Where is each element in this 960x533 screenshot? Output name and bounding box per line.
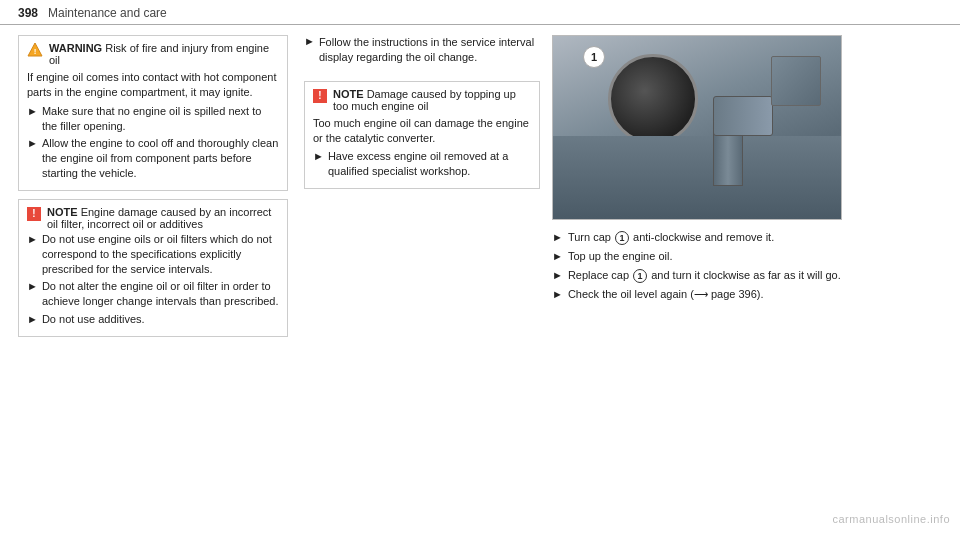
bullet-text: Do not use additives. [42,312,145,327]
note-label: NOTE [47,206,78,218]
bullet-arrow: ► [552,287,563,302]
right-column: 1 ► Turn cap 1 anti-clockwise and remove… [552,35,942,518]
cap-badge-1: 1 [583,46,605,68]
engine-body [553,136,841,219]
warning-body: If engine oil comes into contact with ho… [27,70,279,100]
note-bullets: ► Do not use engine oils or oil filters … [27,232,279,327]
middle-bullet1: Follow the instructions in the service i… [319,35,540,65]
list-item: ► Do not use engine oils or oil filters … [27,232,279,277]
note-label: NOTE [333,88,364,100]
cap-badge-inline: 1 [633,269,647,283]
warning-label: WARNING [49,42,102,54]
page-header: 398 Maintenance and care [0,0,960,25]
page-title: Maintenance and care [48,6,167,20]
note-icon: ! [313,89,327,103]
right-instructions: ► Turn cap 1 anti-clockwise and remove i… [552,230,942,302]
instruction-text: Top up the engine oil. [568,249,673,264]
bullet-arrow: ► [552,230,563,245]
instruction-text: Check the oil level again (⟶ page 396). [568,287,764,302]
bullet-arrow: ► [313,149,324,164]
bullet-arrow: ► [27,279,38,294]
warning-bullets: ► Make sure that no engine oil is spille… [27,104,279,181]
middle-note-box: ! NOTE Damage caused by topping up too m… [304,81,540,189]
list-item: ► Do not alter the engine oil or oil fil… [27,279,279,309]
svg-text:!: ! [34,47,37,56]
bullet-text: Do not alter the engine oil or oil filte… [42,279,279,309]
middle-top-bullet: ► Follow the instructions in the service… [304,35,540,73]
bullet-text: Have excess engine oil removed at a qual… [328,149,531,179]
list-item: ► Make sure that no engine oil is spille… [27,104,279,134]
bullet-arrow: ► [27,312,38,327]
note-body: Too much engine oil can damage the engin… [313,116,531,146]
warning-box: ! WARNING Risk of fire and injury from e… [18,35,288,191]
cap-badge-inline: 1 [615,231,629,245]
bullet-arrow: ► [552,268,563,283]
instruction-2: ► Top up the engine oil. [552,249,942,264]
middle-column: ► Follow the instructions in the service… [300,35,540,518]
bullet-arrow: ► [27,136,38,151]
note-bullets: ► Have excess engine oil removed at a qu… [313,149,531,179]
bullet-arrow: ► [304,35,315,47]
watermark: carmanualsonline.info [832,513,950,525]
note-text: Engine damage caused by an incorrect oil… [47,206,271,230]
list-item: ► Do not use additives. [27,312,279,327]
engine-part [713,96,773,136]
arrow-right-icon: ⟶ [694,288,708,302]
list-item: ► Have excess engine oil removed at a qu… [313,149,531,179]
instruction-1: ► Turn cap 1 anti-clockwise and remove i… [552,230,942,245]
oil-cap [608,54,698,144]
engine-part2 [771,56,821,106]
note-icon: ! [27,207,41,221]
instruction-text: Turn cap 1 anti-clockwise and remove it. [568,230,774,245]
page-number: 398 [18,6,38,20]
bullet-arrow: ► [27,232,38,247]
bullet-text: Do not use engine oils or oil filters wh… [42,232,279,277]
list-item: ► Allow the engine to cool off and thoro… [27,136,279,181]
note-box: ! NOTE Engine damage caused by an incorr… [18,199,288,337]
instruction-4: ► Check the oil level again (⟶ page 396)… [552,287,942,302]
warning-icon: ! [27,42,43,58]
instruction-3: ► Replace cap 1 and turn it clockwise as… [552,268,942,283]
bullet-arrow: ► [552,249,563,264]
bullet-text: Allow the engine to cool off and thoroug… [42,136,279,181]
instruction-text: Replace cap 1 and turn it clockwise as f… [568,268,841,283]
left-column: ! WARNING Risk of fire and injury from e… [18,35,288,518]
engine-image: 1 [552,35,842,220]
bullet-text: Make sure that no engine oil is spilled … [42,104,279,134]
bullet-arrow: ► [27,104,38,119]
